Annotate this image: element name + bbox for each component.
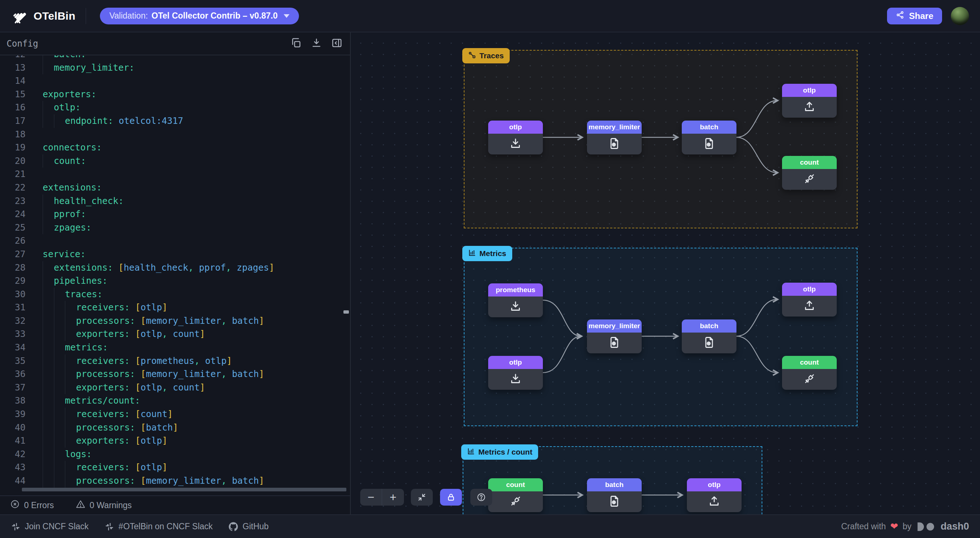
zoom-in-button[interactable]: + [382, 489, 404, 506]
footer-link-github[interactable]: GitHub [229, 522, 269, 532]
code-line[interactable]: 34metrics: [0, 341, 350, 354]
processor-icon [608, 137, 621, 152]
code-line[interactable]: 43receivers: [otlp] [0, 461, 350, 474]
lock-icon [446, 492, 456, 502]
fit-view-button[interactable] [411, 489, 433, 506]
brand[interactable]: OTelBin [11, 7, 75, 25]
node-otlp-exporter[interactable]: otlp [782, 282, 837, 317]
line-number: 36 [0, 368, 25, 381]
collapse-panel-icon [331, 44, 343, 50]
node-otlp-receiver[interactable]: otlp [488, 356, 543, 390]
code-line[interactable]: 12batch: [0, 56, 350, 61]
code-line[interactable]: 31receivers: [otlp] [0, 301, 350, 314]
line-number: 23 [0, 195, 25, 208]
node-body [587, 134, 642, 154]
code-line[interactable]: 23health_check: [0, 195, 350, 208]
code-line[interactable]: 22extensions: [0, 181, 350, 195]
node-prometheus-receiver[interactable]: prometheus [488, 283, 543, 317]
code-line[interactable]: 13memory_limiter: [0, 61, 350, 75]
node-otlp-receiver[interactable]: otlp [488, 121, 543, 154]
code-line[interactable]: 42logs: [0, 448, 350, 461]
warnings-status: 0 Warnings [76, 499, 132, 511]
section-badge-metrics[interactable]: Metrics [462, 246, 512, 261]
code-line[interactable]: 26 [0, 234, 350, 248]
code-line[interactable]: 14 [0, 74, 350, 88]
pipeline-edge [737, 336, 777, 373]
receiver-icon [509, 372, 522, 387]
download-button[interactable] [310, 37, 323, 50]
node-body [782, 296, 837, 317]
share-button[interactable]: Share [887, 8, 942, 24]
connector-icon [803, 172, 816, 187]
footer-link--otelbin-on-cncf-slack[interactable]: #OTelBin on CNCF Slack [105, 522, 213, 532]
lock-button[interactable] [440, 489, 462, 506]
code-line[interactable]: 25zpages: [0, 221, 350, 235]
code-line[interactable]: 38metrics/count: [0, 394, 350, 408]
code-line[interactable]: 18 [0, 128, 350, 141]
validation-dropdown[interactable]: Validation: OTel Collector Contrib – v0.… [100, 8, 299, 24]
node-body [782, 169, 837, 190]
code-line[interactable]: 21 [0, 168, 350, 181]
editor-actions [290, 37, 344, 50]
dash0-name[interactable]: dash0 [940, 521, 969, 532]
code-line[interactable]: 24pprof: [0, 208, 350, 221]
code-line[interactable]: 20count: [0, 154, 350, 168]
pipeline-edge [543, 300, 581, 336]
pipeline-canvas[interactable]: −+ TracesMetricsMetrics / countotlpmemor… [351, 32, 980, 514]
code-line[interactable]: 36processors: [memory_limiter, batch] [0, 368, 350, 381]
code-line[interactable]: 32processors: [memory_limiter, batch] [0, 314, 350, 328]
code-line[interactable]: 16otlp: [0, 101, 350, 114]
code-line[interactable]: 29pipelines: [0, 274, 350, 288]
copy-icon [290, 44, 302, 50]
dash0-logo-icon[interactable] [916, 522, 936, 532]
code-line[interactable]: 35receivers: [prometheus, otlp] [0, 354, 350, 368]
processor-icon [703, 137, 716, 152]
code-line[interactable]: 44processors: [memory_limiter, batch] [0, 474, 350, 488]
node-memory_limiter-processor[interactable]: memory_limiter [587, 319, 642, 353]
line-number: 29 [0, 274, 25, 288]
zoom-out-button[interactable]: − [360, 489, 382, 506]
code-line[interactable]: 33exporters: [otlp, count] [0, 327, 350, 341]
node-memory_limiter-processor[interactable]: memory_limiter [587, 121, 642, 154]
footer: Join CNCF Slack#OTelBin on CNCF SlackGit… [0, 514, 980, 538]
footer-link-label: GitHub [242, 522, 269, 532]
code-line[interactable]: 39receivers: [count] [0, 408, 350, 421]
vertical-scrollbar-thumb[interactable] [344, 310, 349, 314]
pipeline-edge [543, 336, 581, 373]
code-line[interactable]: 28extensions: [health_check, pprof, zpag… [0, 261, 350, 275]
section-badge-metrics-count[interactable]: Metrics / count [461, 444, 538, 460]
help-button[interactable] [470, 489, 492, 506]
node-count-connector[interactable]: count [782, 156, 837, 190]
node-batch-processor[interactable]: batch [682, 319, 737, 353]
node-batch-processor[interactable]: batch [682, 121, 737, 154]
copy-button[interactable] [290, 37, 302, 50]
brand-name: OTelBin [33, 10, 75, 22]
errors-status: 0 Errors [10, 499, 54, 511]
code-line[interactable]: 40processors: [batch] [0, 421, 350, 435]
collapse-panel-button[interactable] [330, 37, 344, 50]
node-count-connector[interactable]: count [782, 356, 837, 390]
code-line[interactable]: 37exporters: [otlp, count] [0, 381, 350, 395]
validation-value: OTel Collector Contrib – v0.87.0 [152, 11, 278, 21]
code-line[interactable]: 15exporters: [0, 88, 350, 101]
node-label: batch [682, 121, 737, 134]
line-number: 18 [0, 128, 25, 141]
node-body [782, 369, 837, 390]
section-badge-traces[interactable]: Traces [462, 48, 510, 63]
processor-icon [608, 336, 621, 351]
code-line[interactable]: 17endpoint: otelcol:4317 [0, 114, 350, 128]
horizontal-scrollbar[interactable] [22, 488, 346, 491]
line-number: 22 [0, 181, 25, 195]
node-otlp-exporter[interactable]: otlp [782, 84, 837, 117]
footer-link-join-cncf-slack[interactable]: Join CNCF Slack [11, 522, 89, 532]
route-icon [468, 51, 476, 61]
user-avatar[interactable] [951, 7, 969, 25]
fit-view-icon [417, 492, 426, 502]
code-line[interactable]: 19connectors: [0, 141, 350, 154]
code-line[interactable]: 27service: [0, 248, 350, 261]
edge-layer [351, 32, 980, 514]
code-line[interactable]: 30traces: [0, 288, 350, 301]
line-number: 26 [0, 234, 25, 248]
code-line[interactable]: 41exporters: [otlp] [0, 434, 350, 448]
code-editor[interactable]: 12batch:13memory_limiter:1415exporters:1… [0, 56, 350, 495]
